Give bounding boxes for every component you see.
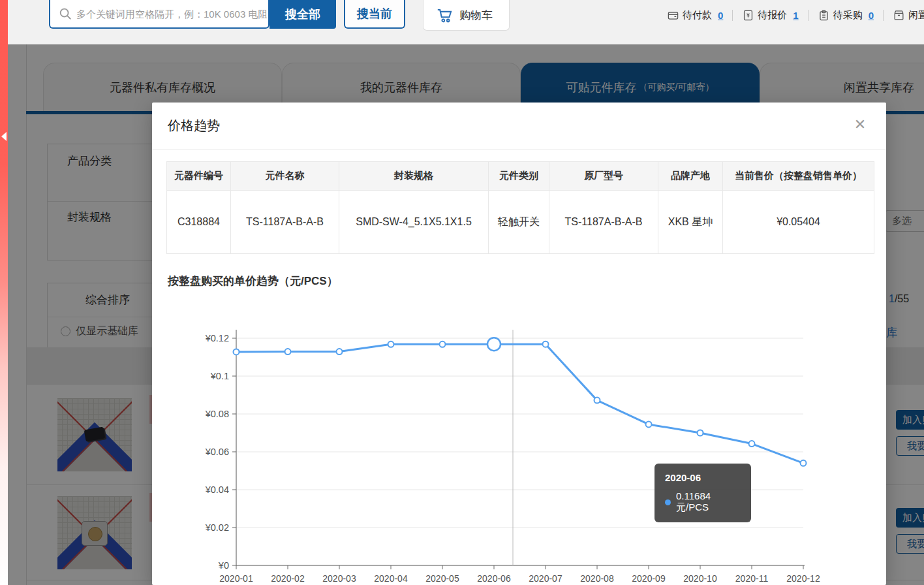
x-axis-label: 2020-01 — [219, 573, 253, 584]
status-group: 待付款0待报价1待采购0闲置库存 — [667, 9, 924, 22]
x-axis-label: 2020-11 — [735, 573, 769, 584]
status-item-3[interactable]: 待采购0 — [818, 9, 874, 22]
table-cell: TS-1187A-B-A-B — [231, 191, 339, 254]
table-cell: 轻触开关 — [489, 191, 549, 254]
column-header: 当前售价（按整盘销售单价） — [723, 162, 874, 191]
data-point[interactable] — [698, 430, 703, 436]
search-box — [49, 0, 270, 29]
series-dot-icon — [665, 499, 671, 505]
search-input[interactable] — [76, 1, 268, 26]
status-label: 待采购 — [833, 9, 863, 22]
x-axis-label: 2020-09 — [632, 573, 666, 584]
data-point[interactable] — [388, 341, 394, 347]
status-count-link[interactable]: 0 — [869, 10, 874, 21]
x-axis-label: 2020-03 — [322, 573, 356, 584]
tooltip-value: 0.11684 元/PCS — [676, 490, 741, 514]
tooltip-date: 2020-06 — [665, 472, 741, 483]
status-count-link[interactable]: 0 — [718, 10, 723, 21]
modal-title: 价格趋势 — [168, 117, 220, 134]
chart-tooltip: 2020-06 0.11684 元/PCS — [654, 464, 751, 522]
x-axis-label: 2020-12 — [786, 573, 820, 584]
column-header: 元器件编号 — [167, 162, 231, 191]
x-axis-label: 2020-10 — [683, 573, 717, 584]
y-axis-label: ¥0.04 — [205, 484, 229, 495]
separator — [883, 10, 884, 21]
price-trend-chart[interactable]: ¥0.12¥0.1¥0.08¥0.06¥0.04¥0.02¥02020-0120… — [152, 324, 886, 585]
column-header: 原厂型号 — [549, 162, 658, 191]
chart-title: 按整盘购买的单价趋势（元/PCS） — [168, 274, 338, 289]
data-point[interactable] — [440, 341, 446, 347]
status-label: 闲置库存 — [908, 9, 924, 22]
cart-label: 购物车 — [459, 8, 493, 23]
cart-icon — [436, 7, 454, 24]
separator — [808, 10, 808, 21]
x-axis-label: 2020-05 — [425, 573, 459, 584]
status-label: 待报价 — [758, 9, 787, 22]
price-line — [236, 344, 803, 463]
quote-icon — [742, 9, 754, 22]
column-header: 封装规格 — [339, 162, 489, 191]
table-cell: SMD-SW-4_5.1X5.1X1.5 — [339, 191, 489, 254]
separator — [732, 10, 733, 21]
data-point[interactable] — [749, 441, 755, 447]
search-all-button[interactable]: 搜全部 — [270, 0, 336, 29]
table-cell: C318884 — [167, 191, 231, 254]
highlighted-data-point[interactable] — [487, 338, 501, 351]
column-header: 元件类别 — [489, 162, 549, 191]
x-axis-label: 2020-08 — [580, 573, 614, 584]
column-header: 品牌产地 — [658, 162, 723, 191]
price-trend-modal: 价格趋势 ✕ 元器件编号元件名称封装规格元件类别原厂型号品牌产地当前售价（按整盘… — [152, 103, 886, 585]
part-info-table: 元器件编号元件名称封装规格元件类别原厂型号品牌产地当前售价（按整盘销售单价）C3… — [166, 161, 874, 254]
data-point[interactable] — [801, 460, 807, 466]
divider — [152, 149, 886, 150]
y-axis-label: ¥0.1 — [210, 371, 229, 381]
search-current-button[interactable]: 搜当前 — [344, 0, 405, 29]
y-axis-label: ¥0 — [218, 560, 229, 571]
close-icon[interactable]: ✕ — [851, 116, 869, 134]
x-axis-label: 2020-07 — [529, 573, 562, 584]
data-point[interactable] — [285, 349, 291, 355]
status-label: 待付款 — [683, 9, 712, 22]
collapse-arrow-icon — [1, 132, 7, 141]
status-item-1[interactable]: 待付款0 — [667, 9, 723, 22]
status-item-2[interactable]: 待报价1 — [742, 9, 798, 22]
wallet-icon — [667, 9, 679, 22]
promo-side-strip[interactable] — [0, 0, 8, 585]
x-axis-label: 2020-02 — [271, 573, 305, 584]
data-point[interactable] — [543, 341, 549, 347]
y-axis-label: ¥0.06 — [205, 447, 229, 457]
data-point[interactable] — [594, 398, 600, 403]
table-row: C318884TS-1187A-B-A-BSMD-SW-4_5.1X5.1X1.… — [167, 191, 874, 254]
table-cell: XKB 星坤 — [658, 191, 723, 254]
archive-icon — [893, 9, 905, 22]
topbar: 搜全部 搜当前 购物车 待付款0待报价1待采购0闲置库存 — [0, 0, 924, 44]
x-axis-label: 2020-04 — [374, 573, 408, 584]
x-axis-label: 2020-06 — [477, 573, 511, 584]
data-point[interactable] — [646, 421, 652, 427]
data-point[interactable] — [234, 349, 239, 355]
column-header: 元件名称 — [231, 162, 339, 191]
screen: 搜全部 搜当前 购物车 待付款0待报价1待采购0闲置库存 元器件私有库存概况我的… — [0, 0, 924, 585]
data-point[interactable] — [337, 349, 343, 355]
y-axis-label: ¥0.02 — [205, 522, 229, 533]
search-icon — [58, 7, 72, 21]
cart-button[interactable]: 购物车 — [423, 0, 510, 31]
table-cell: TS-1187A-B-A-B — [549, 191, 658, 254]
status-count-link[interactable]: 1 — [793, 10, 798, 21]
y-axis-label: ¥0.12 — [205, 333, 229, 343]
y-axis-label: ¥0.08 — [205, 409, 229, 419]
status-item-4[interactable]: 闲置库存 — [893, 9, 924, 22]
clipboard-icon — [818, 9, 830, 22]
table-cell: ¥0.05404 — [723, 191, 874, 254]
